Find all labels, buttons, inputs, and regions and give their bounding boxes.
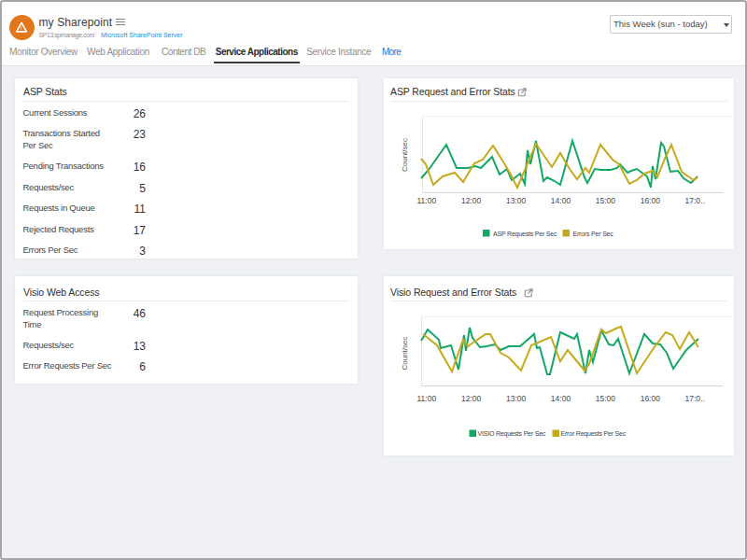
- svg-text:Count/sec: Count/sec: [401, 138, 409, 172]
- svg-text:Errors Per Sec: Errors Per Sec: [573, 231, 614, 237]
- svg-text:VISIO Requests Per Sec: VISIO Requests Per Sec: [478, 430, 546, 438]
- svg-text:11:00: 11:00: [416, 394, 436, 403]
- svg-text:Error Requests Per Sec: Error Requests Per Sec: [561, 430, 627, 438]
- svg-text:14:00: 14:00: [551, 196, 571, 205]
- svg-text:13:00: 13:00: [506, 196, 527, 205]
- svg-text:12:00: 12:00: [461, 394, 482, 403]
- svg-text:16:00: 16:00: [641, 394, 661, 403]
- svg-text:15:00: 15:00: [596, 394, 616, 403]
- svg-text:14:00: 14:00: [551, 394, 571, 403]
- svg-text:12:00: 12:00: [461, 196, 482, 205]
- svg-text:11:00: 11:00: [416, 196, 436, 205]
- svg-text:16:00: 16:00: [641, 196, 661, 205]
- svg-text:17:0..: 17:0..: [685, 394, 705, 403]
- svg-text:13:00: 13:00: [506, 394, 527, 403]
- svg-text:17:0..: 17:0..: [685, 196, 705, 205]
- svg-text:ASP Requests Per Sec: ASP Requests Per Sec: [493, 231, 557, 238]
- svg-text:15:00: 15:00: [596, 196, 616, 205]
- svg-text:Count/sec: Count/sec: [401, 336, 409, 370]
